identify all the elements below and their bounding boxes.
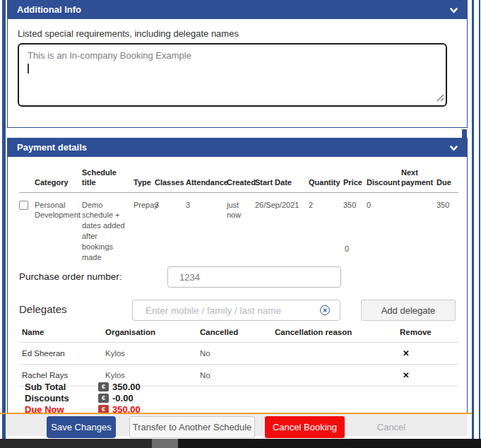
payment-table-row: Personal Development Demo schedule + dat… — [19, 192, 458, 263]
special-requirements-text: This is an In-company Booking Example — [28, 50, 191, 61]
cell-attendance: 3 — [186, 192, 227, 263]
col-next-payment: Next payment — [401, 167, 437, 192]
remove-delegate-icon[interactable]: ✕ — [390, 343, 458, 365]
resize-handle-icon[interactable] — [437, 93, 444, 104]
payment-total-zero: 0 — [345, 244, 349, 253]
delegate-name: Ed Sheeran — [19, 343, 102, 365]
additional-info-panel: Listed special requirements, including d… — [7, 19, 468, 128]
cell-due: 350 — [437, 192, 458, 263]
add-delegate-button[interactable]: Add delegate — [361, 300, 456, 321]
chevron-down-icon[interactable] — [449, 143, 458, 155]
purchase-order-input[interactable] — [167, 266, 341, 288]
payment-row-checkbox[interactable] — [19, 201, 28, 210]
col-remove: Remove — [390, 325, 458, 343]
col-category: Category — [35, 167, 82, 192]
payment-table-header-row: Category Schedule title Type Classes Att… — [19, 167, 458, 192]
delegate-cancellation-reason — [272, 365, 390, 387]
col-start-date: Start Date — [255, 167, 309, 192]
cell-category: Personal Development — [35, 192, 82, 263]
delegate-search-input[interactable] — [132, 300, 340, 321]
discounts-value: -0.00 — [112, 393, 133, 403]
cell-classes: 3 — [155, 192, 186, 263]
discounts-row: Discounts € -0.00 — [25, 393, 237, 404]
payment-details-header[interactable]: Payment details — [7, 138, 468, 157]
footer-divider — [0, 413, 472, 414]
col-discount: Discount — [367, 167, 401, 192]
special-requirements-label: Listed special requirements, including d… — [18, 28, 239, 39]
purchase-order-label: Purchase order number: — [19, 271, 122, 282]
cancel-booking-button[interactable]: Cancel Booking — [265, 416, 345, 438]
clear-search-icon[interactable]: ✕ — [320, 305, 330, 315]
payment-table: Category Schedule title Type Classes Att… — [19, 167, 458, 263]
col-cancelled: Cancelled — [197, 325, 272, 343]
cell-type: Prepay — [133, 192, 155, 263]
cancel-button[interactable]: Cancel — [350, 416, 432, 438]
discounts-label: Discounts — [25, 393, 69, 403]
col-due: Due — [437, 167, 458, 192]
col-organisation: Organisation — [102, 325, 197, 343]
euro-currency-badge: € — [98, 394, 109, 403]
window-right-border — [472, 0, 474, 439]
payment-details-panel: Category Schedule title Type Classes Att… — [7, 157, 468, 413]
delegate-organisation: Kylos — [102, 343, 197, 365]
text-cursor — [28, 64, 29, 73]
bottom-scrollbar-thumb[interactable] — [152, 439, 178, 448]
cell-next-payment — [401, 192, 437, 263]
col-schedule-title: Schedule title — [82, 167, 133, 192]
euro-currency-badge: € — [98, 382, 109, 391]
col-classes: Classes — [155, 167, 186, 192]
cell-start-date: 26/Sep/2021 — [255, 192, 309, 263]
col-name: Name — [19, 325, 102, 343]
delegates-label: Delegates — [19, 303, 67, 315]
cell-quantity: 2 — [309, 192, 343, 263]
payment-details-title: Payment details — [17, 138, 87, 157]
delegate-search: ✕ — [132, 300, 340, 321]
transfer-schedule-button[interactable]: Transfer to Another Schedule — [129, 416, 255, 438]
subtotal-value: 350.00 — [112, 382, 141, 392]
special-requirements-textarea[interactable]: This is an In-company Booking Example — [18, 43, 447, 107]
bottom-scrollbar-track[interactable] — [0, 439, 481, 448]
window-right-border-outer — [479, 0, 480, 439]
subtotal-label: Sub Total — [25, 382, 66, 392]
cell-schedule-title: Demo schedule + dates added after bookin… — [82, 192, 133, 263]
col-type: Type — [133, 167, 155, 192]
chevron-down-icon[interactable] — [449, 5, 458, 18]
save-changes-button[interactable]: Save Changes — [47, 416, 116, 438]
delegates-table: Name Organisation Cancelled Cancellation… — [19, 325, 458, 387]
window-left-border — [2, 0, 6, 439]
col-attendance: Attendance — [186, 167, 227, 192]
col-price: Price — [343, 167, 367, 192]
bottom-scrollbar-track-left — [0, 439, 152, 448]
additional-info-title: Additional Info — [17, 0, 81, 19]
delegates-header-row: Name Organisation Cancelled Cancellation… — [19, 325, 458, 343]
cell-discount: 0 — [367, 192, 401, 263]
delegate-cancelled: No — [197, 343, 272, 365]
subtotal-row: Sub Total € 350.00 — [25, 382, 237, 393]
col-cancellation-reason: Cancellation reason — [272, 325, 390, 343]
cell-created: just now — [227, 192, 255, 263]
col-quantity: Quantity — [309, 167, 343, 192]
col-created: Created — [227, 167, 255, 192]
remove-delegate-icon[interactable]: ✕ — [390, 365, 458, 387]
delegate-row: Ed Sheeran Kylos No ✕ — [19, 343, 458, 365]
additional-info-header[interactable]: Additional Info — [7, 0, 468, 19]
delegate-cancellation-reason — [272, 343, 390, 365]
